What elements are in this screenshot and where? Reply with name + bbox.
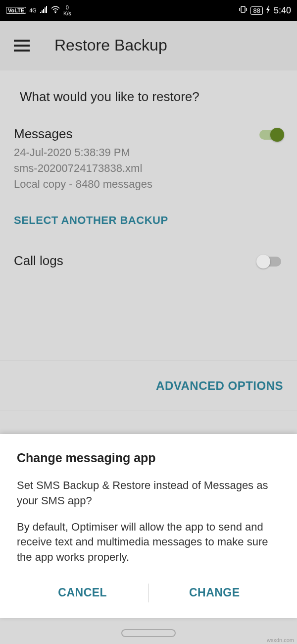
dialog-body: Set SMS Backup & Restore instead of Mess… [17, 478, 280, 565]
messages-timestamp: 24-Jul-2020 5:38:39 PM [14, 145, 283, 161]
call-logs-item: Call logs [0, 241, 297, 361]
dialog-title: Change messaging app [17, 451, 280, 465]
wifi-icon [50, 5, 60, 15]
menu-icon[interactable] [14, 40, 30, 52]
app-bar: Restore Backup [0, 21, 297, 70]
cancel-button[interactable]: CANCEL [17, 576, 148, 609]
messages-toggle[interactable] [257, 128, 283, 141]
status-right: 88 5:40 [239, 5, 291, 16]
charging-icon [266, 5, 271, 15]
svg-rect-1 [241, 6, 245, 12]
dialog-text-1: Set SMS Backup & Restore instead of Mess… [17, 478, 280, 509]
svg-point-0 [54, 12, 56, 13]
battery-icon: 88 [250, 6, 262, 15]
status-left: VoLTE 4G 0 K/s [6, 4, 71, 16]
page-title: Restore Backup [54, 36, 167, 54]
network-speed: 0 K/s [63, 4, 71, 16]
change-button[interactable]: CHANGE [149, 576, 281, 609]
signal-icon [40, 6, 48, 15]
watermark: wsxdn.com [267, 637, 294, 643]
advanced-row: ADVANCED OPTIONS [0, 361, 297, 411]
dialog-actions: CANCEL CHANGE [17, 576, 280, 609]
network-4g-icon: 4G [29, 7, 37, 13]
select-another-backup-button[interactable]: SELECT ANOTHER BACKUP [0, 204, 297, 241]
dialog-text-2: By default, Optimiser will allow the app… [17, 520, 280, 565]
change-messaging-dialog: Change messaging app Set SMS Backup & Re… [0, 434, 297, 618]
call-logs-title: Call logs [14, 253, 283, 268]
nav-gesture-pill[interactable] [121, 629, 176, 637]
messages-filename: sms-20200724173838.xml [14, 161, 283, 176]
advanced-options-button[interactable]: ADVANCED OPTIONS [156, 379, 283, 392]
call-logs-toggle[interactable] [257, 255, 283, 268]
status-time: 5:40 [274, 5, 291, 16]
volte-badge: VoLTE [6, 7, 26, 14]
section-heading: What would you like to restore? [0, 70, 297, 114]
status-bar: VoLTE 4G 0 K/s 88 5:40 [0, 0, 297, 21]
messages-title: Messages [14, 126, 283, 142]
content-area: What would you like to restore? Messages… [0, 70, 297, 411]
messages-location: Local copy - 8480 messages [14, 176, 283, 192]
messages-item: Messages 24-Jul-2020 5:38:39 PM sms-2020… [0, 114, 297, 204]
vibrate-icon [239, 5, 248, 15]
